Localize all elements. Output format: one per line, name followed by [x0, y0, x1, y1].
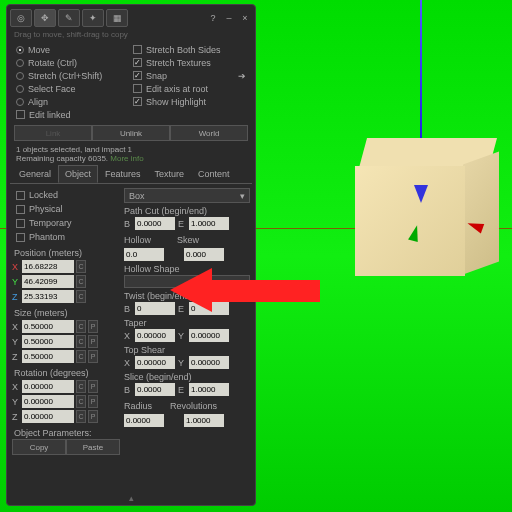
snap-options-icon[interactable]: ➔ [238, 71, 246, 81]
land-tool-icon[interactable]: ▦ [106, 9, 128, 27]
check-highlight[interactable]: Show Highlight [133, 95, 246, 108]
tab-features[interactable]: Features [98, 165, 148, 183]
link-button[interactable]: Link [14, 125, 92, 141]
left-column: Locked Physical Temporary Phantom Positi… [12, 188, 120, 455]
drag-hint: Drag to move, shift-drag to copy [10, 28, 252, 41]
unlink-button[interactable]: Unlink [92, 125, 170, 141]
taper-x[interactable] [135, 329, 175, 342]
create-tool-icon[interactable]: ✦ [82, 9, 104, 27]
pathcut-e[interactable] [189, 217, 229, 230]
pos-x-copy[interactable]: C [76, 260, 86, 273]
panel-resize-grip[interactable]: ▴ [7, 493, 255, 503]
topshear-label: Top Shear [124, 345, 250, 355]
size-label: Size (meters) [14, 308, 120, 318]
radio-align[interactable]: Align [16, 95, 129, 108]
check-phantom[interactable]: Phantom [12, 230, 120, 244]
objparams-label: Object Parameters: [14, 428, 120, 438]
edit-options-checks: Stretch Both Sides Stretch Textures Snap… [133, 43, 246, 121]
selected-cube[interactable] [355, 138, 500, 278]
shear-x[interactable] [135, 356, 175, 369]
property-tabs: General Object Features Texture Content [10, 165, 252, 184]
tab-general[interactable]: General [12, 165, 58, 183]
size-x-input[interactable] [22, 320, 74, 333]
build-tools-panel: ◎ ✥ ✎ ✦ ▦ ? – × Drag to move, shift-drag… [6, 4, 256, 506]
pos-y-copy[interactable]: C [76, 275, 86, 288]
pathcut-b[interactable] [135, 217, 175, 230]
slice-e[interactable] [189, 383, 229, 396]
more-info-link[interactable]: More info [110, 154, 143, 163]
callout-arrow [170, 268, 320, 312]
tab-object[interactable]: Object [58, 165, 98, 183]
paste-params-button[interactable]: Paste [66, 439, 120, 455]
move-tool-icon[interactable]: ✥ [34, 9, 56, 27]
edit-tool-icon[interactable]: ✎ [58, 9, 80, 27]
radio-select-face[interactable]: Select Face [16, 82, 129, 95]
taper-y[interactable] [189, 329, 229, 342]
position-z-input[interactable] [22, 290, 74, 303]
rot-z-input[interactable] [22, 410, 74, 423]
check-edit-linked[interactable]: Edit linked [16, 108, 129, 121]
pathcut-label: Path Cut (begin/end) [124, 206, 250, 216]
focus-tool-icon[interactable]: ◎ [10, 9, 32, 27]
check-snap[interactable]: Snap➔ [133, 69, 246, 82]
z-axis-handle[interactable] [414, 185, 428, 203]
shape-dropdown[interactable]: Box [124, 188, 250, 203]
world-button[interactable]: World [170, 125, 248, 141]
selection-status: 1 objects selected, land impact 1 Remain… [10, 143, 252, 165]
help-icon[interactable]: ? [206, 11, 220, 25]
rotation-label: Rotation (degrees) [14, 368, 120, 378]
position-label: Position (meters) [14, 248, 120, 258]
edit-mode-radios: Move Rotate (Ctrl) Stretch (Ctrl+Shift) … [16, 43, 129, 121]
slice-label: Slice (begin/end) [124, 372, 250, 382]
radio-rotate[interactable]: Rotate (Ctrl) [16, 56, 129, 69]
check-physical[interactable]: Physical [12, 202, 120, 216]
cube-front-face [355, 166, 465, 276]
tab-content[interactable]: Content [191, 165, 237, 183]
minimize-icon[interactable]: – [222, 11, 236, 25]
size-y-input[interactable] [22, 335, 74, 348]
taper-label: Taper [124, 318, 250, 328]
cube-side-face [463, 151, 499, 274]
check-stretch-tex[interactable]: Stretch Textures [133, 56, 246, 69]
check-edit-root[interactable]: Edit axis at root [133, 82, 246, 95]
close-icon[interactable]: × [238, 11, 252, 25]
right-column: Box Path Cut (begin/end) BE HollowSkew H… [124, 188, 250, 455]
radio-move[interactable]: Move [16, 43, 129, 56]
hollow-input[interactable] [124, 248, 164, 261]
radio-stretch[interactable]: Stretch (Ctrl+Shift) [16, 69, 129, 82]
rot-x-input[interactable] [22, 380, 74, 393]
toolbar: ◎ ✥ ✎ ✦ ▦ ? – × [10, 8, 252, 28]
check-temporary[interactable]: Temporary [12, 216, 120, 230]
shear-y[interactable] [189, 356, 229, 369]
skew-input[interactable] [184, 248, 224, 261]
check-stretch-both[interactable]: Stretch Both Sides [133, 43, 246, 56]
size-z-input[interactable] [22, 350, 74, 363]
pos-z-copy[interactable]: C [76, 290, 86, 303]
revolutions-input[interactable] [184, 414, 224, 427]
check-locked[interactable]: Locked [12, 188, 120, 202]
rot-y-input[interactable] [22, 395, 74, 408]
copy-params-button[interactable]: Copy [12, 439, 66, 455]
position-y-input[interactable] [22, 275, 74, 288]
position-x-input[interactable] [22, 260, 74, 273]
twist-b[interactable] [135, 302, 175, 315]
tab-texture[interactable]: Texture [148, 165, 192, 183]
slice-b[interactable] [135, 383, 175, 396]
radius-input[interactable] [124, 414, 164, 427]
